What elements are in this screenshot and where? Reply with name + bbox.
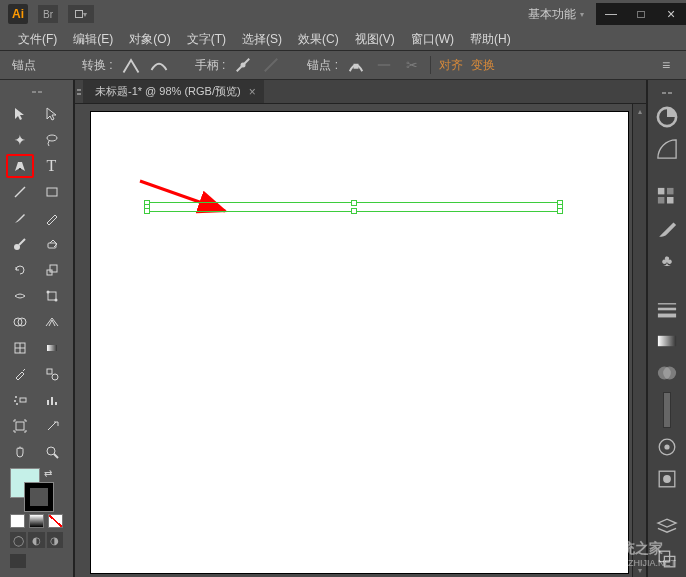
draw-behind-button[interactable]: ◐ <box>28 532 44 548</box>
free-transform-tool[interactable] <box>38 284 66 308</box>
color-guide-panel-icon[interactable] <box>654 136 680 162</box>
window-maximize-button[interactable]: □ <box>626 3 656 25</box>
smooth-point-icon[interactable] <box>149 55 169 75</box>
blend-tool[interactable] <box>38 362 66 386</box>
svg-rect-26 <box>51 397 53 405</box>
options-menu-icon[interactable]: ≡ <box>656 55 676 75</box>
remove-anchor-icon[interactable] <box>346 55 366 75</box>
transform-link[interactable]: 变换 <box>471 57 495 74</box>
menu-file[interactable]: 文件(F) <box>12 29 63 50</box>
line-tool[interactable] <box>6 180 34 204</box>
hide-handle-icon[interactable] <box>261 55 281 75</box>
fill-stroke-swatches[interactable]: ⇄ <box>0 464 73 512</box>
svg-rect-9 <box>50 265 57 272</box>
toolbox-handle[interactable] <box>18 86 56 98</box>
align-link[interactable]: 对齐 <box>439 57 463 74</box>
vertical-scrollbar[interactable]: ▴ ▾ <box>632 104 646 577</box>
close-tab-button[interactable]: × <box>249 85 256 99</box>
brushes-panel-icon[interactable] <box>654 216 680 242</box>
arrange-documents-button[interactable]: ▾ <box>68 5 94 23</box>
brush-tool[interactable] <box>6 206 34 230</box>
svg-rect-34 <box>667 188 674 195</box>
bridge-button[interactable]: Br <box>38 5 58 23</box>
menu-effect[interactable]: 效果(C) <box>292 29 345 50</box>
artboard[interactable] <box>91 112 628 573</box>
slice-tool[interactable] <box>38 414 66 438</box>
width-tool[interactable] <box>6 284 34 308</box>
shape-builder-tool[interactable] <box>6 310 34 334</box>
pen-tool[interactable] <box>6 154 34 178</box>
workspace-selector[interactable]: 基本功能▾ <box>516 6 596 23</box>
cut-anchor-icon[interactable]: ✂ <box>402 55 422 75</box>
blob-brush-tool[interactable] <box>6 232 34 256</box>
hand-tool[interactable] <box>6 440 34 464</box>
artboard-tool[interactable] <box>6 414 34 438</box>
gradient-panel-icon[interactable] <box>654 328 680 354</box>
menu-help[interactable]: 帮助(H) <box>464 29 517 50</box>
connect-anchor-icon[interactable] <box>374 55 394 75</box>
perspective-grid-tool[interactable] <box>38 310 66 334</box>
menu-edit[interactable]: 编辑(E) <box>67 29 119 50</box>
layers-panel-icon[interactable] <box>654 514 680 540</box>
pencil-tool[interactable] <box>38 206 66 230</box>
show-handle-icon[interactable] <box>233 55 253 75</box>
scroll-up-icon[interactable]: ▴ <box>633 104 646 118</box>
zoom-tool[interactable] <box>38 440 66 464</box>
symbols-panel-icon[interactable]: ♣ <box>654 248 680 274</box>
stroke-panel-icon[interactable] <box>654 296 680 322</box>
tab-handle[interactable] <box>75 80 83 104</box>
rotate-tool[interactable] <box>6 258 34 282</box>
svg-point-12 <box>54 299 57 302</box>
lasso-tool[interactable] <box>38 128 66 152</box>
swatches-panel-icon[interactable] <box>654 184 680 210</box>
screen-mode-button[interactable] <box>10 554 26 568</box>
color-mode-button[interactable] <box>10 514 25 528</box>
corner-point-icon[interactable] <box>121 55 141 75</box>
none-mode-button[interactable] <box>48 514 63 528</box>
window-close-button[interactable]: × <box>656 3 686 25</box>
draw-inside-button[interactable]: ◑ <box>47 532 63 548</box>
svg-rect-36 <box>667 197 674 204</box>
swap-fill-stroke-icon[interactable]: ⇄ <box>44 468 52 479</box>
dock-handle[interactable] <box>652 88 682 98</box>
graphic-styles-panel-icon[interactable] <box>654 466 680 492</box>
document-tabbar: 未标题-1* @ 98% (RGB/预览) × <box>75 80 646 104</box>
eyedropper-tool[interactable] <box>6 362 34 386</box>
stroke-swatch[interactable] <box>24 482 54 512</box>
menu-type[interactable]: 文字(T) <box>181 29 232 50</box>
canvas[interactable] <box>75 104 632 577</box>
direct-selection-tool[interactable] <box>38 102 66 126</box>
selected-rectangle[interactable] <box>146 202 561 212</box>
svg-point-22 <box>15 396 17 398</box>
dock-scroll-thumb[interactable] <box>663 392 671 428</box>
artboards-panel-icon[interactable] <box>654 546 680 572</box>
selection-tool[interactable] <box>6 102 34 126</box>
svg-point-0 <box>241 63 246 68</box>
gradient-mode-button[interactable] <box>29 514 44 528</box>
svg-point-42 <box>663 367 676 380</box>
type-tool[interactable]: T <box>38 154 66 178</box>
toolbox: ✦ T <box>0 80 75 577</box>
gradient-tool[interactable] <box>38 336 66 360</box>
menu-window[interactable]: 窗口(W) <box>405 29 460 50</box>
transparency-panel-icon[interactable] <box>654 360 680 386</box>
menu-object[interactable]: 对象(O) <box>123 29 176 50</box>
window-minimize-button[interactable]: — <box>596 3 626 25</box>
symbol-sprayer-tool[interactable] <box>6 388 34 412</box>
document-tab[interactable]: 未标题-1* @ 98% (RGB/预览) × <box>83 80 264 103</box>
menu-select[interactable]: 选择(S) <box>236 29 288 50</box>
mesh-tool[interactable] <box>6 336 34 360</box>
svg-point-3 <box>19 168 21 170</box>
menu-view[interactable]: 视图(V) <box>349 29 401 50</box>
appearance-panel-icon[interactable] <box>654 434 680 460</box>
svg-point-20 <box>52 374 58 380</box>
draw-normal-button[interactable]: ◯ <box>10 532 26 548</box>
rectangle-tool[interactable] <box>38 180 66 204</box>
color-panel-icon[interactable] <box>654 104 680 130</box>
document-tab-title: 未标题-1* @ 98% (RGB/预览) <box>95 84 241 99</box>
scroll-down-icon[interactable]: ▾ <box>633 563 646 577</box>
eraser-tool[interactable] <box>38 232 66 256</box>
column-graph-tool[interactable] <box>38 388 66 412</box>
magic-wand-tool[interactable]: ✦ <box>6 128 34 152</box>
scale-tool[interactable] <box>38 258 66 282</box>
